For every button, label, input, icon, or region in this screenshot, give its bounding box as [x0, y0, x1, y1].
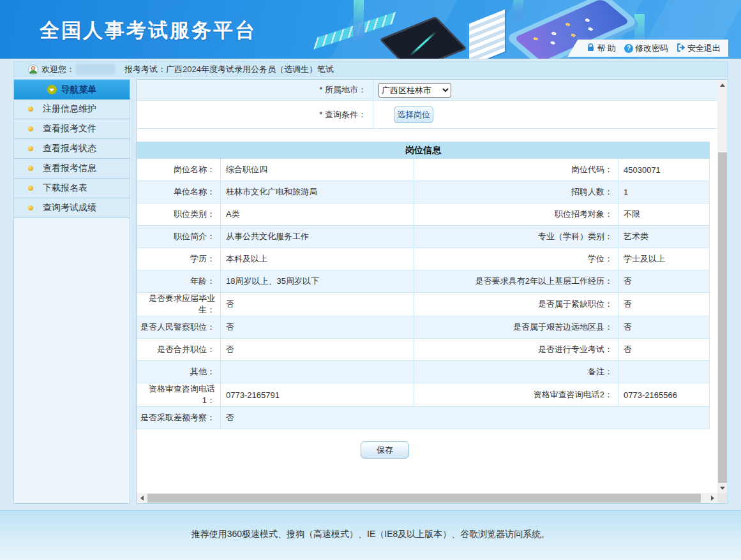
page-footer: 推荐使用360极速模式、搜狗（高速模式）、IE（IE8及以上版本）、谷歌浏览器访… — [0, 510, 741, 560]
bullet-icon — [28, 166, 33, 171]
row-label-1: 单位名称： — [137, 181, 221, 203]
horizontal-scrollbar-thumb[interactable] — [147, 494, 701, 503]
sidebar-item-label: 下载报名表 — [43, 182, 87, 194]
row-label-2: 是否要求具有2年以上基层工作经历： — [414, 270, 618, 293]
row-label-2: 是否属于紧缺职位： — [414, 293, 618, 316]
header-actions: 帮 助 ? 修改密码 安全退出 — [567, 40, 728, 57]
row-value-1: 否 — [221, 407, 710, 429]
row-label-2: 职位招考对象： — [414, 203, 618, 226]
sidebar-item-label: 注册信息维护 — [43, 103, 96, 115]
user-avatar-icon — [28, 64, 38, 75]
sidebar-item-4[interactable]: 下载报名表 — [14, 179, 130, 198]
logout-icon — [677, 43, 685, 54]
welcome-label: 欢迎您： — [41, 64, 75, 75]
row-value-2: 否 — [618, 293, 710, 316]
sidebar-nav: 导航菜单 注册信息维护 查看报考文件 查看报考状态 查看报考信息 下载报名表 查… — [13, 79, 130, 504]
job-info-table: 岗位信息 岗位名称： 综合职位四 岗位代码： 45030071 单位名称： 桂林… — [137, 142, 710, 429]
row-value-1 — [221, 361, 414, 383]
row-label-1: 是否采取差额考察： — [137, 407, 221, 429]
row-label-2: 学位： — [414, 248, 618, 270]
row-label-2: 备注： — [414, 361, 618, 383]
save-button[interactable]: 保存 — [361, 441, 409, 459]
row-value-2: 0773-2165566 — [618, 383, 710, 407]
row-value-1: 0773-2165791 — [221, 383, 414, 407]
row-value-2: 45030071 — [618, 159, 710, 181]
row-label-1: 岗位名称： — [137, 159, 221, 181]
sidebar-item-label: 查看报考状态 — [43, 143, 96, 154]
change-password-button[interactable]: ? 修改密码 — [624, 43, 668, 54]
city-select[interactable]: 广西区桂林市 — [378, 83, 451, 98]
row-label-1: 职位类别： — [137, 203, 221, 226]
row-value-2: 艺术类 — [618, 226, 710, 248]
table-row: 岗位名称： 综合职位四 岗位代码： 45030071 — [137, 159, 710, 181]
row-label-1: 年龄： — [137, 270, 221, 293]
sidebar-item-2[interactable]: 查看报考状态 — [14, 139, 130, 159]
row-value-2: 1 — [618, 181, 710, 203]
row-label-1: 职位简介： — [137, 226, 221, 248]
row-value-1: 本科及以上 — [221, 248, 414, 270]
main-content-panel: * 所属地市： 广西区桂林市 * 查询条件： 选择岗位 岗位信息 岗位名称： 综… — [136, 79, 728, 504]
select-position-button[interactable]: 选择岗位 — [394, 107, 433, 123]
scroll-right-arrow[interactable] — [707, 493, 717, 503]
table-row: 单位名称： 桂林市文化广电和旅游局 招聘人数： 1 — [137, 181, 710, 203]
sidebar-item-0[interactable]: 注册信息维护 — [14, 99, 130, 119]
row-label-2: 是否属于艰苦边远地区县： — [414, 316, 618, 339]
nav-menu-header[interactable]: 导航菜单 — [14, 80, 130, 99]
sidebar-item-1[interactable]: 查看报考文件 — [14, 119, 130, 139]
table-row: 学历： 本科及以上 学位： 学士及以上 — [137, 248, 710, 270]
glow-beam-icon — [634, 14, 645, 43]
scroll-left-arrow[interactable] — [137, 493, 147, 503]
sidebar-item-3[interactable]: 查看报考信息 — [14, 159, 130, 179]
row-label-2: 招聘人数： — [414, 181, 618, 203]
row-label-1: 是否要求应届毕业生： — [137, 293, 221, 316]
sidebar-item-label: 查询考试成绩 — [43, 202, 96, 214]
vertical-scrollbar[interactable] — [717, 80, 728, 493]
bullet-icon — [28, 205, 33, 210]
logout-label: 安全退出 — [687, 43, 721, 54]
row-value-1: 否 — [221, 316, 414, 339]
question-icon: ? — [624, 44, 633, 53]
row-value-2: 否 — [618, 316, 710, 339]
row-label-2: 资格审查咨询电话2： — [414, 383, 618, 407]
row-value-2: 学士及以上 — [618, 248, 710, 270]
scroll-up-arrow[interactable] — [717, 80, 728, 90]
row-value-1: A类 — [221, 203, 414, 226]
horizontal-scrollbar[interactable] — [137, 493, 717, 503]
table-row: 是否采取差额考察： 否 — [137, 407, 710, 429]
app-header: 全国人事考试服务平台 帮 助 ? 修改密码 安全退出 — [0, 0, 741, 59]
nav-items: 注册信息维护 查看报考文件 查看报考状态 查看报考信息 下载报名表 查询考试成绩 — [14, 99, 130, 218]
change-password-label: 修改密码 — [635, 43, 668, 54]
glow-beam-icon — [354, 0, 364, 29]
welcome-bar: 欢迎您： 报考考试：广西2024年度考试录用公务员（选调生）笔试 — [13, 61, 728, 77]
sidebar-item-label: 查看报考信息 — [43, 163, 96, 174]
table-row: 职位简介： 从事公共文化服务工作 专业（学科）类别： 艺术类 — [137, 226, 710, 248]
table-row: 其他： 备注： — [137, 361, 710, 383]
row-value-1: 否 — [221, 293, 414, 316]
bullet-icon — [28, 107, 33, 112]
stairs-illustration-icon — [469, 10, 505, 59]
row-label-1: 资格审查咨询电话1： — [137, 383, 221, 407]
logout-button[interactable]: 安全退出 — [677, 43, 721, 54]
sidebar-item-5[interactable]: 查询考试成绩 — [14, 198, 130, 218]
help-button[interactable]: 帮 助 — [587, 43, 616, 54]
browser-recommendation-text: 推荐使用360极速模式、搜狗（高速模式）、IE（IE8及以上版本）、谷歌浏览器访… — [191, 529, 550, 560]
table-row: 是否人民警察职位： 否 是否属于艰苦边远地区县： 否 — [137, 316, 710, 339]
row-value-2: 否 — [618, 270, 710, 293]
row-value-2 — [618, 361, 710, 383]
query-form-row: * 查询条件： 选择岗位 — [137, 101, 717, 129]
glow-beam-icon — [513, 0, 523, 13]
row-value-1: 综合职位四 — [221, 159, 414, 181]
row-value-2: 否 — [618, 339, 710, 361]
bullet-icon — [28, 146, 33, 151]
user-name-redacted — [76, 64, 116, 75]
row-value-1: 从事公共文化服务工作 — [221, 226, 414, 248]
scrollbar-corner — [717, 493, 728, 503]
vertical-scrollbar-thumb[interactable] — [718, 152, 727, 483]
row-value-1: 桂林市文化广电和旅游局 — [221, 181, 414, 203]
row-label-1: 学历： — [137, 248, 221, 270]
chevron-down-circle-icon — [47, 85, 57, 94]
table-row: 是否要求应届毕业生： 否 是否属于紧缺职位： 否 — [137, 293, 710, 316]
scroll-down-arrow[interactable] — [717, 483, 728, 493]
row-value-1: 18周岁以上、35周岁以下 — [221, 270, 414, 293]
row-label-2: 岗位代码： — [414, 159, 618, 181]
